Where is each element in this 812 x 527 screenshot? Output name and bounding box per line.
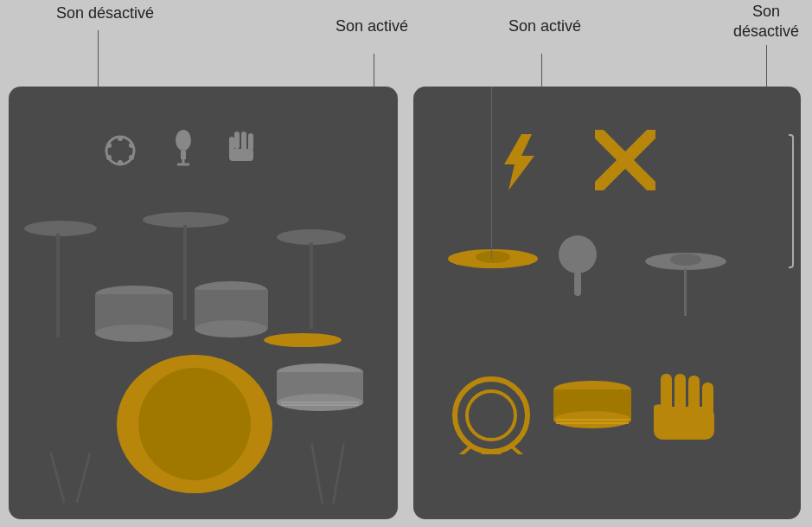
kick-stand-r2: [310, 443, 323, 503]
label-son-active-right: Son activé: [508, 17, 581, 35]
hihat-gold: [264, 333, 342, 350]
svg-point-22: [95, 325, 173, 342]
stand-center: [183, 225, 187, 320]
svg-point-4: [118, 160, 123, 165]
hand-icon-gold: [654, 374, 723, 451]
svg-point-5: [106, 155, 112, 160]
kick-stand-left: [49, 453, 65, 504]
svg-line-45: [513, 447, 526, 454]
cymbal-left-top: [24, 221, 98, 240]
right-panel: [413, 87, 801, 519]
cross-icon: [595, 130, 655, 194]
snare-drum: [277, 363, 363, 415]
svg-marker-33: [504, 134, 534, 190]
microphone-icon: [169, 130, 198, 172]
label-son-desactive-left: Son désactivé: [56, 4, 154, 22]
svg-point-1: [118, 136, 123, 141]
line-active-center: [374, 54, 374, 87]
label-son-desactive-right: Sondésactivé: [733, 2, 799, 41]
svg-point-2: [129, 143, 134, 148]
tambourine-icon: [104, 134, 137, 173]
line-active-right: [541, 54, 542, 87]
svg-rect-39: [574, 272, 581, 296]
lightning-icon: [496, 134, 539, 194]
label-son-active-center: Son activé: [336, 17, 408, 35]
brace-right: [789, 134, 794, 268]
svg-point-38: [559, 235, 597, 273]
svg-point-19: [264, 333, 342, 347]
svg-point-41: [670, 254, 701, 266]
svg-point-43: [467, 391, 515, 440]
line-son-active-right-inner: [491, 87, 492, 260]
svg-point-16: [24, 221, 97, 236]
tom-center: [195, 281, 268, 341]
line-desactive-left: [98, 30, 99, 87]
svg-point-3: [129, 155, 134, 160]
svg-line-44: [457, 447, 470, 454]
stand-left: [56, 234, 60, 337]
maraca-icon: [556, 235, 599, 301]
svg-rect-11: [234, 132, 240, 149]
cymbal-gold: [448, 249, 539, 272]
bass-drum: [117, 355, 272, 497]
svg-rect-12: [241, 132, 246, 151]
left-panel: [9, 87, 398, 519]
snare-icon-gold: [553, 381, 631, 440]
svg-rect-8: [181, 151, 186, 159]
hand-icon-left: [229, 132, 259, 170]
svg-rect-13: [248, 133, 253, 151]
svg-point-37: [476, 251, 510, 263]
svg-rect-15: [229, 149, 253, 161]
svg-point-27: [138, 368, 251, 480]
tom-left: [95, 286, 173, 345]
bass-drum-icon: [452, 376, 530, 458]
stand-right: [310, 242, 313, 329]
svg-point-7: [176, 130, 191, 151]
svg-point-6: [106, 143, 112, 148]
kick-stand-right: [75, 453, 91, 504]
kick-stand-r3: [332, 443, 345, 503]
main-container: Son désactivé Son activé Son activé Sond…: [0, 0, 812, 527]
line-desactive-right: [766, 45, 767, 88]
svg-point-25: [195, 320, 267, 337]
stand-hihat-gray: [684, 268, 687, 316]
